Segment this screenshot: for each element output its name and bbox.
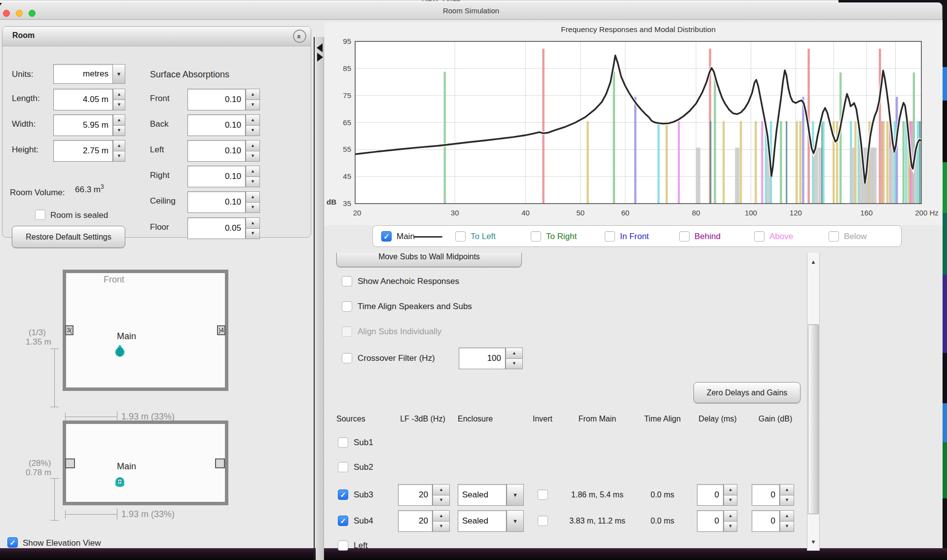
width-field[interactable]: 5.95 m▲▼: [53, 114, 125, 136]
source-checkbox-sub4[interactable]: ✓: [338, 516, 348, 526]
length-field-value[interactable]: 4.05 m: [53, 89, 113, 110]
crossover-frequency-increment-icon[interactable]: ▲: [506, 348, 523, 359]
absorption-floor-field-spin-buttons[interactable]: ▲▼: [246, 217, 260, 239]
absorption-left-field-decrement-icon[interactable]: ▼: [246, 151, 260, 162]
absorption-left-field-spin-buttons[interactable]: ▲▼: [246, 140, 260, 162]
absorption-ceiling-field-value[interactable]: 0.10: [187, 191, 246, 213]
legend-checkbox-to-left[interactable]: [455, 231, 466, 242]
absorption-floor-field-increment-icon[interactable]: ▲: [246, 217, 260, 229]
sub4-gain-field-increment-icon[interactable]: ▲: [780, 510, 794, 522]
crossover-frequency-value[interactable]: 100: [459, 348, 506, 369]
crossover-frequency-decrement-icon[interactable]: ▼: [506, 359, 523, 370]
units-value[interactable]: metres: [53, 64, 113, 84]
sub4-gain-field-decrement-icon[interactable]: ▼: [780, 522, 794, 532]
source-checkbox-sub1[interactable]: [338, 437, 348, 448]
height-field-value[interactable]: 2.75 m: [53, 140, 113, 162]
sub3-gain-field-decrement-icon[interactable]: ▼: [780, 495, 794, 506]
absorption-front-field-decrement-icon[interactable]: ▼: [246, 100, 260, 111]
sub4-delay-field-value[interactable]: 0: [697, 510, 724, 532]
legend-checkbox-to-right[interactable]: [531, 231, 541, 242]
height-field[interactable]: 2.75 m▲▼: [53, 140, 125, 162]
sub3-lf-field[interactable]: 20▲▼: [398, 484, 450, 506]
sub3-lf-field-value[interactable]: 20: [398, 484, 433, 506]
room-sealed-checkbox[interactable]: [35, 210, 45, 220]
checkbox-show-anechoic-responses[interactable]: [342, 276, 352, 286]
sub3-delay-field-spin-buttons[interactable]: ▲▼: [724, 484, 737, 506]
sub3-enclosure-combo[interactable]: Sealed▼: [458, 484, 524, 506]
sub4-lf-field-value[interactable]: 20: [398, 510, 433, 532]
absorption-back-field-spin-buttons[interactable]: ▲▼: [246, 114, 260, 136]
width-field-value[interactable]: 5.95 m: [53, 114, 113, 136]
width-field-decrement-icon[interactable]: ▼: [113, 126, 125, 137]
length-field-decrement-icon[interactable]: ▼: [113, 100, 125, 111]
absorption-floor-field-value[interactable]: 0.05: [187, 217, 246, 239]
vertical-scrollbar[interactable]: ▲ ▼: [807, 253, 820, 551]
expand-right-icon[interactable]: [317, 53, 323, 62]
listener-icon[interactable]: [113, 344, 126, 359]
scrollbar-thumb[interactable]: [808, 324, 819, 514]
absorption-right-field-increment-icon[interactable]: ▲: [246, 166, 260, 177]
sub4-delay-field-decrement-icon[interactable]: ▼: [724, 522, 737, 532]
absorption-front-field-value[interactable]: 0.10: [187, 89, 246, 110]
sub3-delay-field-decrement-icon[interactable]: ▼: [724, 495, 737, 506]
sub4-delay-field[interactable]: 0▲▼: [697, 510, 737, 532]
sub3-gain-field-value[interactable]: 0: [752, 484, 780, 506]
legend-checkbox-main[interactable]: ✓: [381, 231, 392, 242]
sub3-gain-field-spin-buttons[interactable]: ▲▼: [780, 484, 794, 506]
sub3-delay-field-value[interactable]: 0: [697, 484, 724, 506]
sub3-lf-field-spin-buttons[interactable]: ▲▼: [433, 484, 450, 506]
titlebar[interactable]: Room Simulation: [0, 2, 942, 20]
sub4-lf-field-decrement-icon[interactable]: ▼: [433, 522, 450, 532]
length-field[interactable]: 4.05 m▲▼: [53, 89, 125, 110]
absorption-back-field-increment-icon[interactable]: ▲: [246, 114, 260, 126]
absorption-ceiling-field-decrement-icon[interactable]: ▼: [246, 203, 260, 213]
collapse-panel-button[interactable]: «: [293, 30, 306, 43]
absorption-ceiling-field-spin-buttons[interactable]: ▲▼: [246, 191, 260, 213]
sub3-delay-field[interactable]: 0▲▼: [697, 484, 737, 506]
sub4-enclosure-combo[interactable]: Sealed▼: [458, 510, 524, 532]
crossover-frequency-spin-buttons[interactable]: ▲▼: [506, 348, 523, 369]
absorption-right-field-spin-buttons[interactable]: ▲▼: [246, 166, 260, 187]
absorption-back-field-decrement-icon[interactable]: ▼: [246, 126, 260, 137]
source-checkbox-sub3[interactable]: ✓: [338, 490, 348, 500]
absorption-ceiling-field[interactable]: 0.10▲▼: [187, 191, 260, 213]
crossover-frequency[interactable]: 100▲▼: [459, 348, 523, 369]
sub4-enclosure-combo-dropdown-icon[interactable]: ▼: [507, 510, 524, 532]
sub4-delay-field-spin-buttons[interactable]: ▲▼: [724, 510, 737, 532]
absorption-front-field-increment-icon[interactable]: ▲: [246, 89, 260, 100]
sub4-lf-field-increment-icon[interactable]: ▲: [433, 510, 450, 522]
elev-sub-right-icon[interactable]: [215, 458, 225, 468]
sub3-gain-field[interactable]: 0▲▼: [752, 484, 794, 506]
absorption-back-field[interactable]: 0.10▲▼: [187, 114, 260, 136]
collapse-left-icon[interactable]: [317, 43, 323, 52]
legend-checkbox-behind[interactable]: [679, 231, 690, 242]
sub3-lf-field-increment-icon[interactable]: ▲: [433, 484, 450, 495]
sub3-lf-field-decrement-icon[interactable]: ▼: [433, 495, 450, 506]
sub3-gain-field-increment-icon[interactable]: ▲: [780, 484, 794, 495]
restore-defaults-button[interactable]: Restore Default Settings: [12, 226, 125, 248]
split-divider[interactable]: [316, 37, 324, 560]
listener-head-icon[interactable]: [113, 476, 126, 490]
absorption-right-field-value[interactable]: 0.10: [187, 166, 246, 187]
scroll-up-icon[interactable]: ▲: [807, 259, 819, 265]
elev-sub-left-icon[interactable]: [65, 458, 75, 468]
show-elevation-checkbox[interactable]: ✓: [7, 537, 18, 548]
width-field-increment-icon[interactable]: ▲: [113, 114, 125, 126]
source-checkbox-left[interactable]: [338, 540, 348, 551]
absorption-ceiling-field-increment-icon[interactable]: ▲: [246, 191, 260, 203]
absorption-right-field-decrement-icon[interactable]: ▼: [246, 177, 260, 188]
sub4-enclosure-combo-value[interactable]: Sealed: [458, 510, 507, 532]
absorption-front-field-spin-buttons[interactable]: ▲▼: [246, 89, 260, 110]
plan-sub3-icon[interactable]: 3(: [65, 325, 73, 335]
source-checkbox-sub2[interactable]: [338, 462, 348, 472]
height-field-spin-buttons[interactable]: ▲▼: [113, 140, 125, 162]
absorption-left-field-increment-icon[interactable]: ▲: [246, 140, 260, 151]
height-field-decrement-icon[interactable]: ▼: [113, 151, 125, 162]
absorption-front-field[interactable]: 0.10▲▼: [187, 89, 260, 110]
scroll-down-icon[interactable]: ▼: [807, 539, 819, 545]
absorption-left-field-value[interactable]: 0.10: [187, 140, 246, 162]
checkbox-time-align-speakers-and-subs[interactable]: [342, 301, 352, 312]
legend-checkbox-in-front[interactable]: [605, 231, 615, 242]
legend-checkbox-above[interactable]: [754, 231, 765, 242]
length-field-spin-buttons[interactable]: ▲▼: [113, 89, 125, 110]
